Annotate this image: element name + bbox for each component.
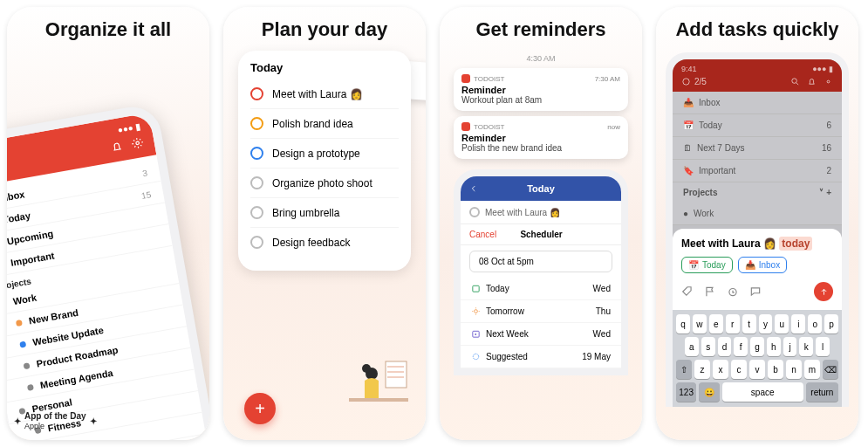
nav-today[interactable]: 📅 Today6 (673, 114, 842, 137)
task-item[interactable]: Design feedback (250, 228, 399, 257)
key[interactable]: n (786, 360, 802, 379)
svg-point-12 (475, 310, 478, 313)
today-card: Today Meet with Laura 👩 Polish brand ide… (238, 51, 411, 271)
laurel-left-icon: ✦ (14, 416, 21, 426)
task-item[interactable]: Organize photo shoot (250, 168, 399, 198)
project-work[interactable]: ● Work (673, 203, 842, 225)
task-item[interactable]: Design a prototype (250, 139, 399, 168)
gear-icon[interactable] (131, 136, 145, 150)
key[interactable]: t (742, 314, 756, 334)
task-item[interactable]: Bring umbrella (250, 198, 399, 228)
space-key[interactable]: space (722, 382, 803, 402)
bell-icon[interactable] (110, 140, 124, 154)
laurel-right-icon: ✦ (90, 416, 97, 426)
projects-header[interactable]: Projects˅ + (673, 182, 842, 203)
panel-title: Add tasks quickly (665, 7, 849, 47)
key[interactable]: g (750, 337, 764, 356)
gear-icon[interactable] (824, 77, 833, 86)
cancel-button[interactable]: Cancel (469, 230, 496, 239)
key[interactable]: a (685, 337, 699, 356)
comment-icon[interactable] (749, 285, 762, 298)
key[interactable]: o (808, 314, 822, 334)
bell-icon[interactable] (807, 77, 817, 86)
emoji-key[interactable]: 😀 (699, 382, 719, 402)
status-icons: ●●● ▮ (117, 121, 141, 135)
flag-icon[interactable] (704, 285, 716, 298)
key[interactable]: i (791, 314, 805, 334)
arrow-up-icon (819, 287, 829, 297)
nav-count: 3 (141, 168, 147, 178)
panel-title: Plan your day (251, 7, 398, 47)
priority-circle-grey-icon[interactable] (250, 236, 263, 249)
sparkle-icon (471, 352, 481, 361)
priority-circle-orange-icon[interactable] (250, 117, 263, 130)
task-item[interactable]: Meet with Laura 👩 (250, 79, 399, 109)
add-task-fab[interactable]: + (244, 393, 276, 424)
priority-circle-grey-icon[interactable] (250, 206, 263, 219)
chip-today[interactable]: 📅 Today (681, 257, 733, 273)
panel-title: Organize it all (35, 7, 181, 47)
chevron-down-icon[interactable]: ˅ + (819, 188, 831, 197)
backspace-key[interactable]: ⌫ (823, 360, 838, 379)
key[interactable]: f (734, 337, 748, 356)
schedule-option-tomorrow[interactable]: Tomorrow Thu (461, 300, 621, 323)
notification-card[interactable]: TODOISTnow Reminder Polish the new brand… (454, 116, 628, 159)
time-divider: 4:30 AM (454, 54, 628, 63)
key[interactable]: m (804, 360, 820, 379)
status-time: 9:41 (681, 65, 697, 73)
key[interactable]: e (709, 314, 723, 334)
key[interactable]: z (694, 360, 710, 379)
priority-circle-red-icon[interactable] (250, 87, 263, 100)
phone-header-title: Today (527, 183, 555, 194)
priority-circle-grey-icon[interactable] (469, 207, 480, 217)
quick-add-input[interactable]: Meet with Laura 👩 today (681, 237, 833, 250)
priority-circle-blue-icon[interactable] (250, 147, 263, 160)
priority-circle-grey-icon[interactable] (250, 176, 263, 189)
calendar-icon (471, 284, 481, 293)
key[interactable]: u (775, 314, 789, 334)
keyboard[interactable]: qwertyuiop asdfghjkl ⇧zxcvbnm⌫ 123 😀 spa… (673, 310, 842, 407)
key[interactable]: h (767, 337, 781, 356)
alarm-icon[interactable] (727, 285, 739, 298)
key[interactable]: w (693, 314, 707, 334)
svg-rect-11 (473, 285, 479, 292)
date-input[interactable]: 08 Oct at 5pm (469, 251, 612, 272)
key[interactable]: j (783, 337, 797, 356)
key[interactable]: b (768, 360, 783, 379)
key[interactable]: y (759, 314, 773, 334)
nav-important[interactable]: 🔖 Important2 (673, 160, 842, 182)
key[interactable]: c (731, 360, 747, 379)
key[interactable]: l (816, 337, 830, 356)
panel-quick-add: Add tasks quickly 9:41●●● ▮ 2/5 📥 Inbox … (656, 7, 858, 440)
schedule-option-next-week[interactable]: Next Week Wed (461, 323, 621, 346)
search-icon[interactable] (790, 77, 800, 86)
sun-icon (471, 306, 481, 316)
tag-icon[interactable] (681, 285, 694, 298)
key[interactable]: d (718, 337, 732, 356)
numeric-key[interactable]: 123 (676, 382, 696, 402)
key[interactable]: x (713, 360, 728, 379)
schedule-option-suggested[interactable]: Suggested 19 May (461, 346, 621, 368)
schedule-option-today[interactable]: Today Wed (461, 278, 621, 300)
key[interactable]: q (676, 314, 690, 334)
notification-card[interactable]: TODOIST7:30 AM Reminder Workout plan at … (454, 68, 628, 111)
key[interactable]: s (701, 337, 715, 356)
back-chevron-icon[interactable] (469, 184, 478, 193)
nav-next7[interactable]: 🗓 Next 7 Days16 (673, 137, 842, 160)
chip-inbox[interactable]: 📥 Inbox (738, 257, 787, 273)
panel-reminders: Get reminders 4:30 AM TODOIST7:30 AM Rem… (440, 7, 642, 440)
task-input-row[interactable]: Meet with Laura 👩 (461, 201, 621, 224)
return-key[interactable]: return (806, 382, 838, 402)
key[interactable]: p (824, 314, 838, 334)
svg-point-17 (827, 80, 830, 83)
nav-inbox[interactable]: 📥 Inbox (673, 92, 842, 114)
today-heading: Today (250, 61, 399, 74)
key[interactable]: k (799, 337, 813, 356)
key[interactable]: r (726, 314, 740, 334)
task-item[interactable]: Polish brand idea (250, 109, 399, 139)
svg-rect-4 (386, 361, 407, 388)
svg-point-14 (473, 354, 478, 359)
send-button[interactable] (814, 282, 833, 301)
key[interactable]: v (749, 360, 765, 379)
shift-key[interactable]: ⇧ (676, 360, 692, 379)
